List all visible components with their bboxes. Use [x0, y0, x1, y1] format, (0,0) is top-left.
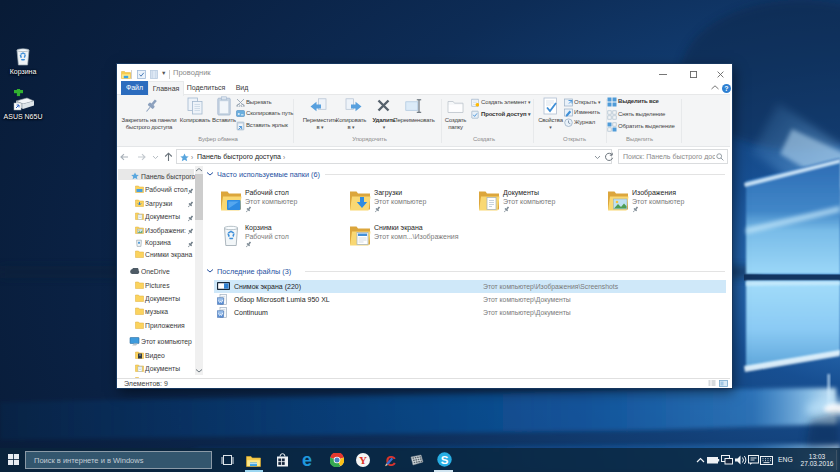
- svg-text:Y: Y: [359, 454, 367, 466]
- svg-text:S: S: [441, 454, 449, 466]
- svg-text:?: ?: [724, 85, 728, 92]
